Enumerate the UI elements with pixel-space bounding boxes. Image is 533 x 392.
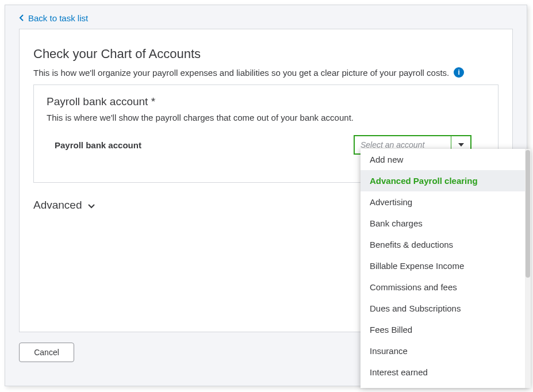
chevron-left-icon (19, 13, 24, 23)
back-link-label: Back to task list (28, 13, 88, 23)
dropdown-item[interactable]: Insurance (361, 340, 531, 362)
page-title: Check your Chart of Accounts (33, 47, 499, 62)
dropdown-item[interactable]: Fees Billed (361, 319, 531, 340)
dropdown-item[interactable]: Bank charges (361, 213, 531, 234)
field-label: Payroll bank account (55, 140, 354, 150)
scrollbar-thumb[interactable] (526, 150, 530, 278)
app-frame: Back to task list Check your Chart of Ac… (5, 5, 527, 386)
advanced-label: Advanced (33, 199, 82, 212)
dropdown-item[interactable]: Commissions and fees (361, 276, 531, 298)
dropdown-item[interactable]: Dues and Subscriptions (361, 298, 531, 319)
page-subtitle-row: This is how we'll organize your payroll … (33, 67, 499, 78)
back-to-task-list-link[interactable]: Back to task list (5, 5, 99, 29)
scrollbar-track[interactable] (525, 149, 531, 388)
dropdown-list: Add newAdvanced Payroll clearingAdvertis… (361, 149, 531, 383)
dropdown-item[interactable]: Advertising (361, 191, 531, 213)
advanced-toggle[interactable]: Advanced (33, 198, 95, 213)
chevron-down-icon (88, 199, 95, 212)
dropdown-item[interactable]: Billable Expense Income (361, 255, 531, 276)
dropdown-item[interactable]: Add new (361, 149, 531, 170)
section-desc: This is where we'll show the payroll cha… (47, 113, 485, 122)
dropdown-item[interactable]: Benefits & deductions (361, 234, 531, 255)
dropdown-item[interactable]: Interest earned (361, 362, 531, 383)
page-subtitle: This is how we'll organize your payroll … (33, 68, 449, 78)
cancel-button[interactable]: Cancel (19, 343, 74, 362)
account-dropdown-panel: Add newAdvanced Payroll clearingAdvertis… (361, 149, 531, 388)
dropdown-item[interactable]: Advanced Payroll clearing (361, 170, 531, 191)
cancel-label: Cancel (34, 348, 59, 357)
section-title: Payroll bank account * (47, 95, 485, 108)
info-icon[interactable]: i (454, 67, 464, 78)
